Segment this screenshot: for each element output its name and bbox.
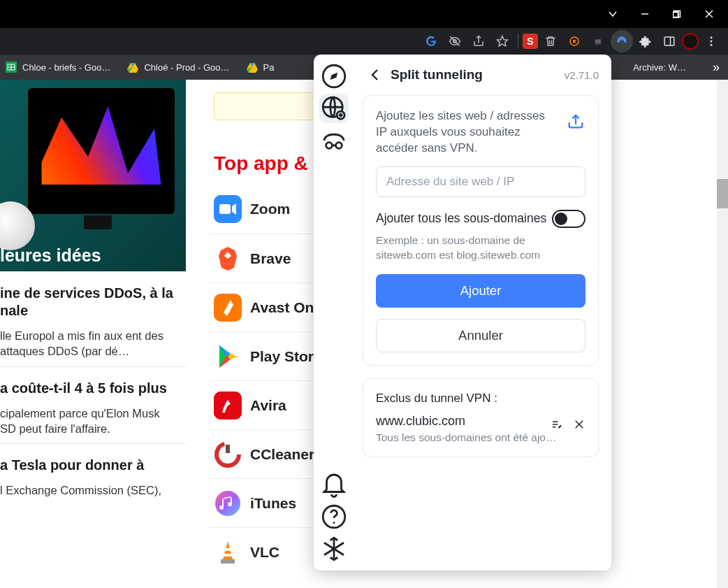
- google-icon[interactable]: [420, 30, 442, 52]
- svg-point-20: [711, 41, 713, 43]
- snowflake-icon[interactable]: [319, 534, 349, 564]
- extensions-puzzle-icon[interactable]: [634, 30, 657, 52]
- app-name: Zoom: [250, 201, 290, 217]
- app-name: Brave: [250, 250, 291, 267]
- svg-rect-17: [664, 37, 674, 45]
- zoom-icon: [214, 195, 242, 223]
- ccleaner-icon: [214, 440, 242, 468]
- article-body: l Exchange Commission (SEC),: [0, 482, 179, 498]
- remove-icon[interactable]: [573, 418, 585, 433]
- svg-point-56: [333, 522, 335, 524]
- bookmark-item[interactable]: Chloé - Prod - Goo…: [127, 62, 229, 73]
- article-title: a Tesla pour donner à: [0, 457, 179, 474]
- drive-icon: [127, 62, 138, 73]
- svg-rect-47: [221, 559, 235, 564]
- excluded-item: www.clubic.comTous les sous-domaines ont…: [376, 414, 585, 444]
- minimize-button[interactable]: [629, 0, 661, 28]
- nordvpn-icon[interactable]: [611, 30, 633, 52]
- side-panel-icon[interactable]: [658, 30, 680, 52]
- subdomains-toggle[interactable]: [552, 210, 585, 228]
- excluded-title: Exclus du tunnel VPN :: [376, 392, 585, 406]
- app-name: iTunes: [250, 495, 296, 512]
- trash-icon[interactable]: [539, 30, 562, 52]
- bookmark-item[interactable]: Chloe - briefs - Goo…: [6, 62, 110, 73]
- close-button[interactable]: [693, 0, 725, 28]
- bookmark-label: Pa: [263, 62, 275, 73]
- itunes-icon: [214, 489, 242, 517]
- kebab-menu-icon[interactable]: [700, 30, 722, 52]
- svg-point-21: [711, 44, 713, 46]
- add-site-card: Ajoutez les sites web / adresses IP auxq…: [363, 95, 599, 366]
- svg-point-43: [215, 491, 240, 516]
- article-title: a coûte-t-il 4 à 5 fois plus: [0, 380, 179, 397]
- excluded-card: Exclus du tunnel VPN : www.clubic.comTou…: [363, 378, 599, 457]
- incognito-icon[interactable]: [319, 126, 349, 155]
- compass-icon[interactable]: [319, 62, 349, 91]
- svg-point-13: [573, 40, 576, 43]
- svg-point-52: [326, 143, 333, 149]
- extension-o-icon[interactable]: [563, 30, 585, 52]
- subdomains-label: Ajouter tous les sous-domaines: [376, 211, 546, 226]
- svg-rect-46: [224, 554, 233, 557]
- globe-settings-icon[interactable]: [319, 94, 349, 123]
- back-button[interactable]: [367, 66, 384, 83]
- bookmark-item[interactable]: Pa: [247, 62, 275, 73]
- extension-robot-icon[interactable]: [587, 30, 609, 52]
- address-input[interactable]: [376, 166, 585, 197]
- svg-rect-14: [595, 39, 602, 45]
- edit-icon[interactable]: [551, 418, 563, 433]
- hero-image[interactable]: leures idées: [0, 80, 186, 271]
- add-button-label: Ajouter: [460, 283, 502, 299]
- profile-avatar[interactable]: [682, 33, 699, 50]
- sheets-icon: [6, 62, 17, 73]
- article-body: lle Europol a mis fin aux ent des attaqu…: [0, 328, 179, 359]
- cancel-button[interactable]: Annuler: [376, 319, 585, 352]
- avira-icon: [214, 392, 242, 420]
- avast-icon: [214, 294, 242, 322]
- app-name: Avast On: [250, 299, 314, 316]
- app-name: VLC: [250, 544, 279, 561]
- bookmark-item[interactable]: Archive: W…: [633, 62, 686, 73]
- svg-point-19: [711, 36, 713, 38]
- popup-title: Split tunneling: [391, 67, 483, 83]
- share-icon[interactable]: [467, 30, 490, 52]
- article[interactable]: ine de services DDoS, à la nalelle Europ…: [0, 271, 186, 366]
- svg-rect-42: [226, 445, 230, 453]
- bell-icon[interactable]: [319, 470, 349, 499]
- app-name: CCleaner: [250, 446, 314, 463]
- brave-icon: [214, 245, 242, 273]
- svg-rect-33: [219, 204, 231, 214]
- bookmark-label: Chloe - briefs - Goo…: [22, 62, 110, 73]
- article-body: cipalement parce qu'Elon Musk SD peut fa…: [0, 406, 179, 437]
- window-titlebar: [0, 0, 728, 28]
- scrollbar-thumb[interactable]: [717, 179, 728, 208]
- add-button[interactable]: Ajouter: [376, 274, 585, 308]
- vlc-icon: [214, 538, 242, 566]
- drive-icon: [247, 62, 258, 73]
- scrollbar[interactable]: [717, 80, 728, 588]
- article[interactable]: a Tesla pour donner àl Exchange Commissi…: [0, 443, 186, 505]
- version-label: v2.71.0: [565, 69, 599, 81]
- extension-popup: Split tunneling v2.71.0 Ajoutez les site…: [314, 55, 611, 571]
- eye-off-icon[interactable]: [444, 30, 466, 52]
- maximize-button[interactable]: [661, 0, 693, 28]
- popup-header: Split tunneling v2.71.0: [354, 55, 611, 95]
- upload-icon[interactable]: [566, 111, 585, 131]
- svg-point-16: [599, 41, 600, 42]
- play-icon: [214, 343, 242, 371]
- svg-rect-45: [224, 548, 231, 551]
- app-name: Play Store: [250, 348, 322, 365]
- ad-banner[interactable]: [214, 92, 319, 120]
- chevron-down-icon[interactable]: [597, 0, 629, 28]
- bookmark-label: Chloé - Prod - Goo…: [144, 62, 229, 73]
- bookmarks-overflow[interactable]: »: [713, 60, 720, 75]
- help-icon[interactable]: [319, 502, 349, 531]
- extension-s-icon[interactable]: S: [523, 34, 538, 49]
- card-description: Ajoutez les sites web / adresses IP auxq…: [376, 108, 559, 157]
- app-name: Avira: [250, 397, 286, 414]
- cancel-button-label: Annuler: [458, 328, 503, 343]
- star-icon[interactable]: [491, 30, 514, 52]
- article[interactable]: a coûte-t-il 4 à 5 fois pluscipalement p…: [0, 366, 186, 444]
- article-title: ine de services DDoS, à la nale: [0, 285, 179, 320]
- browser-toolbar: S: [0, 28, 728, 55]
